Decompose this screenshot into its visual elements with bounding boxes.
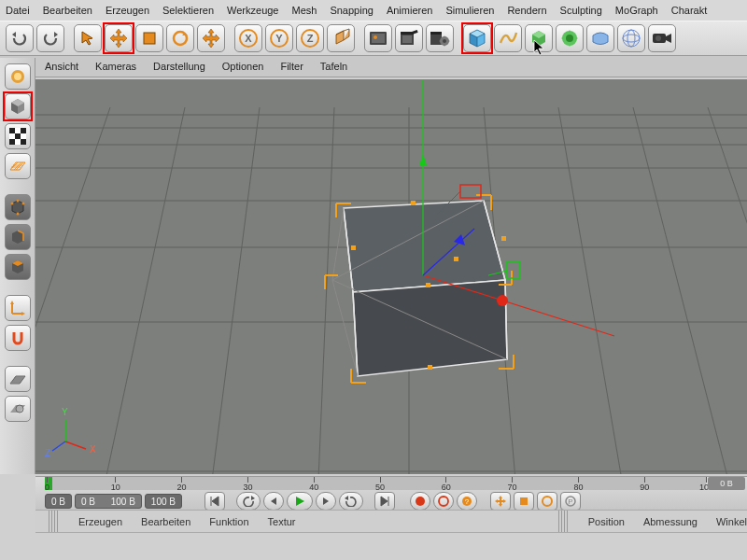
axis-x-label: X (90, 444, 96, 455)
svg-rect-62 (501, 236, 506, 241)
menu-datei[interactable]: Datei (6, 5, 30, 16)
menu-werkzeuge[interactable]: Werkzeuge (227, 5, 278, 16)
vmenu-kameras[interactable]: Kameras (95, 61, 136, 72)
svg-point-22 (623, 35, 640, 42)
autokey-button[interactable] (433, 492, 454, 511)
svg-point-38 (16, 405, 23, 413)
redo-button[interactable] (36, 24, 64, 52)
render-view-button[interactable] (364, 24, 392, 52)
points-mode-button[interactable] (5, 194, 31, 220)
menu-sculpting[interactable]: Sculpting (560, 5, 602, 16)
menu-snapping[interactable]: Snapping (330, 5, 374, 16)
omenu-funktion[interactable]: Funktion (209, 516, 248, 527)
add-deformer-button[interactable] (556, 24, 584, 52)
play-loop-button[interactable] (339, 492, 363, 511)
attr-winkel-label: Winkel (716, 516, 747, 527)
add-scene-button[interactable] (617, 24, 645, 52)
range-field[interactable]: 0 B 100 B (75, 494, 142, 509)
x-axis-button[interactable]: X (234, 24, 262, 52)
svg-point-77 (439, 497, 448, 506)
snap-enable-button[interactable] (5, 325, 31, 351)
viewport-3d[interactable]: X Y Z (35, 79, 747, 474)
vmenu-tafeln[interactable]: Tafeln (320, 61, 347, 72)
play-rev-loop-button[interactable] (236, 492, 261, 511)
rotate-tool-button[interactable] (166, 24, 194, 52)
frame-start-field[interactable]: 0 B (45, 494, 72, 509)
goto-end-button[interactable] (374, 492, 395, 511)
model-mode-button[interactable] (5, 93, 31, 119)
vmenu-optionen[interactable]: Optionen (222, 61, 264, 72)
svg-rect-14 (402, 35, 412, 43)
svg-rect-0 (144, 33, 155, 44)
scale-tool-button[interactable] (135, 24, 163, 52)
menu-charakter[interactable]: Charakt (671, 5, 708, 16)
omenu-bearbeiten[interactable]: Bearbeiten (141, 516, 190, 527)
add-primitive-button[interactable] (463, 24, 491, 52)
key-param-button[interactable]: P (560, 492, 581, 511)
render-pv-button[interactable] (395, 24, 423, 52)
svg-rect-59 (411, 201, 416, 205)
svg-point-18 (443, 39, 446, 43)
workplane-button[interactable] (5, 153, 31, 179)
svg-text:?: ? (465, 497, 470, 506)
prev-frame-button[interactable] (263, 492, 284, 511)
add-generator-button[interactable] (525, 24, 553, 52)
timeline-ruler[interactable]: 0 10 20 30 40 50 60 70 80 90 100 (45, 477, 706, 490)
menu-erzeugen[interactable]: Erzeugen (106, 5, 149, 16)
tweak-button[interactable] (5, 396, 31, 422)
play-button[interactable] (287, 492, 313, 511)
attr-position-label: Position (588, 516, 625, 527)
render-settings-button[interactable] (426, 24, 454, 52)
edges-mode-button[interactable] (5, 224, 31, 250)
make-editable-button[interactable] (5, 63, 31, 90)
menu-bearbeiten[interactable]: Bearbeiten (43, 5, 92, 16)
svg-rect-31 (15, 133, 21, 139)
menu-mesh[interactable]: Mesh (291, 5, 317, 16)
add-spline-button[interactable] (494, 24, 522, 52)
svg-point-81 (543, 497, 552, 506)
grip-icon[interactable] (558, 511, 570, 532)
z-axis-button[interactable]: Z (296, 24, 324, 52)
vmenu-ansicht[interactable]: Ansicht (45, 61, 78, 72)
svg-point-36 (10, 203, 13, 205)
texture-mode-button[interactable] (5, 123, 31, 149)
omenu-textur[interactable]: Textur (268, 516, 296, 527)
undo-button[interactable] (6, 24, 34, 52)
add-environment-button[interactable] (586, 24, 614, 52)
recent-tool-button[interactable] (197, 24, 225, 52)
vmenu-darstellung[interactable]: Darstellung (153, 61, 205, 72)
keyframe-sel-button[interactable]: ? (457, 492, 477, 511)
coord-system-button[interactable] (327, 24, 355, 52)
key-move-button[interactable] (490, 492, 511, 511)
menu-animieren[interactable]: Animieren (387, 5, 433, 16)
frame-end-field[interactable]: 100 B (145, 494, 182, 509)
svg-rect-60 (426, 283, 430, 287)
omenu-erzeugen[interactable]: Erzeugen (78, 516, 122, 527)
key-rotate-button[interactable] (537, 492, 557, 511)
timeline-panel: 0 10 20 30 40 50 60 70 80 90 100 0 B 0 B… (35, 476, 747, 510)
goto-start-button[interactable] (204, 492, 225, 511)
move-tool-button[interactable] (105, 24, 133, 52)
axis-z-label: Z (45, 448, 50, 458)
y-axis-button[interactable]: Y (265, 24, 293, 52)
axis-button[interactable] (5, 295, 31, 321)
menu-simulieren[interactable]: Simulieren (445, 5, 494, 16)
grip-icon[interactable] (49, 511, 60, 532)
svg-point-20 (566, 35, 573, 42)
menu-mograph[interactable]: MoGraph (615, 5, 658, 16)
key-scale-button[interactable] (514, 492, 534, 511)
attr-abmessung-label: Abmessung (643, 516, 698, 527)
record-button[interactable] (410, 492, 430, 511)
soft-select-button[interactable] (5, 366, 31, 392)
svg-rect-64 (454, 257, 458, 261)
vmenu-filter[interactable]: Filter (280, 61, 303, 72)
svg-rect-32 (9, 139, 15, 145)
polygons-mode-button[interactable] (5, 254, 31, 280)
menu-selektieren[interactable]: Selektieren (162, 5, 214, 16)
svg-rect-33 (21, 139, 26, 145)
live-select-button[interactable] (74, 24, 102, 52)
next-frame-button[interactable] (316, 492, 336, 511)
add-camera-button[interactable] (648, 24, 676, 52)
menu-rendern[interactable]: Rendern (507, 5, 546, 16)
svg-text:P: P (568, 497, 572, 506)
